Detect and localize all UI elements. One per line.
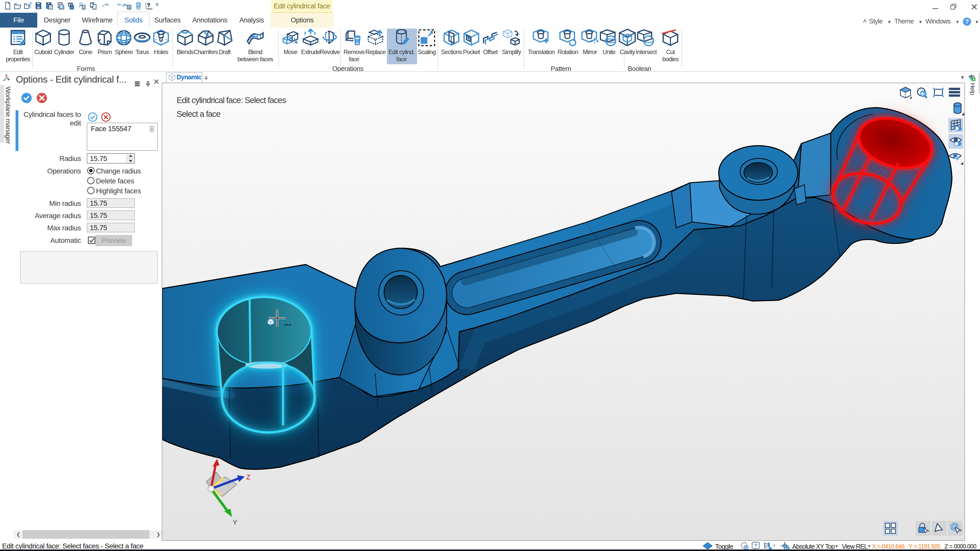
svg-text:?: ? (148, 3, 150, 8)
svg-text:e: e (973, 78, 975, 81)
svg-text:?: ? (754, 543, 757, 548)
svg-text:X: X (213, 451, 218, 459)
svg-text:Y: Y (233, 519, 237, 526)
svg-text:Z: Z (246, 473, 250, 481)
